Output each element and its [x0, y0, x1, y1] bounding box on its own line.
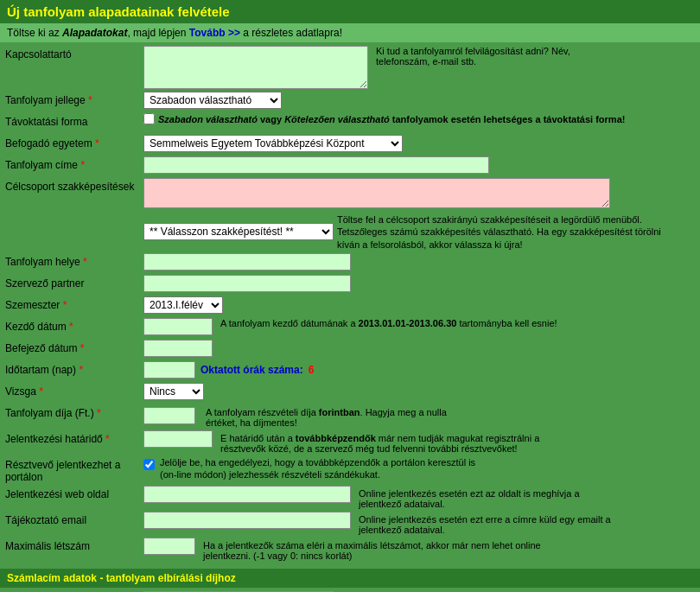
celcsoport-label: Célcsoport szakképesítések — [5, 178, 143, 193]
jelweb-input[interactable]: www.rendezveny.hu/tanfolyam — [143, 486, 351, 503]
dij-input[interactable]: 0 — [143, 407, 195, 424]
helye-row: Tanfolyam helye * Konferencia terem — [5, 253, 695, 272]
szervezo-label: Szervező partner — [5, 275, 143, 290]
kezdo-label: Kezdő dátum * — [5, 318, 143, 333]
idotartam-input[interactable]: 1 — [143, 361, 195, 379]
oktatott-label: Oktatott órák száma: — [200, 364, 303, 376]
dij-input-cell: 0 A tanfolyam részvételi díja forintban.… — [143, 404, 695, 428]
celcsoport-select-row: ** Válasszon szakképesítést! ** Töltse f… — [143, 213, 683, 251]
jelhat-label: Jelentkezési határidő * — [5, 430, 143, 445]
jelweb-label: Jelentkezési web oldal — [5, 486, 143, 500]
szamla-form-inner: Számlanév Rendezvény Iroda A tanfolyam/k… — [0, 588, 700, 592]
page-wrapper: Új tanfolyam alapadatainak felvétele Töl… — [0, 0, 700, 592]
tajmail-input[interactable]: tanfolyam@rendezveny.hu — [143, 512, 351, 529]
maxletszam-input[interactable]: 150 — [143, 538, 195, 555]
befogado-row: Befogadó egyetem * Semmelweis Egyetem To… — [5, 135, 695, 154]
celcsoport-textarea[interactable] — [143, 178, 610, 208]
dij-label: Tanfolyam díja (Ft.) * — [5, 404, 143, 419]
idotartam-input-cell: 1 Oktatott órák száma: 6 — [143, 361, 695, 379]
maxletszam-row: Maximális létszám 150 Ha a jelentkezők s… — [5, 538, 695, 561]
kapcsolattarto-textarea[interactable] — [143, 46, 368, 89]
szervezo-row: Szervező partner Rendezvény iroda — [5, 275, 695, 294]
celcsoport-select[interactable]: ** Válasszon szakképesítést! ** — [143, 223, 334, 240]
tavoktatas-checkbox-row: Szabadon választható vagy Kötelezően vál… — [143, 113, 625, 124]
befogado-label: Befogadó egyetem * — [5, 135, 143, 150]
szemeszter-row: Szemeszter * 2013.I.félév 2013.II.félév — [5, 296, 695, 315]
form-container: Kapcsolattartó Ki tud a tanfolyamról fel… — [0, 42, 700, 565]
maxletszam-hint: Ha a jelentkezők száma eléri a maximális… — [198, 538, 544, 561]
portal-hint: Jelölje be, ha engedélyezi, hogy a továb… — [160, 456, 488, 481]
subtitle-bar: Töltse ki az Alapadatokat, majd lépjen T… — [0, 23, 700, 42]
celcsoport-input-cell: ** Válasszon szakképesítést! ** Töltse f… — [143, 178, 695, 251]
tavoktatas-label: Távoktatási forma — [5, 113, 143, 128]
oktatott-value: 6 — [309, 364, 315, 376]
vizsga-input-cell: Nincs Van — [143, 383, 695, 400]
tajmail-row: Tájékoztató email tanfolyam@rendezveny.h… — [5, 512, 695, 535]
jellege-label: Tanfolyam jellege * — [5, 92, 143, 106]
befogado-input-cell: Semmelweis Egyetem Továbbképzési Központ — [143, 135, 695, 152]
jelhat-row: Jelentkezési határidő * 2013.06.29 E hat… — [5, 430, 695, 454]
kapcsolattarto-row: Kapcsolattartó Ki tud a tanfolyamról fel… — [5, 46, 695, 89]
tajmail-label: Tájékoztató email — [5, 512, 143, 526]
befejezo-input-cell: 2013.06.30 — [143, 340, 695, 357]
cime-input[interactable]: Tanfolyam — [143, 156, 489, 174]
kapcsolattarto-input-cell: Ki tud a tanfolyamról felvilágosítást ad… — [143, 46, 695, 89]
tavoktatas-row: Távoktatási forma Szabadon választható v… — [5, 113, 695, 132]
header-title: Új tanfolyam alapadatainak felvétele — [7, 4, 230, 19]
celcsoport-hint: Töltse fel a célcsoport szakirányú szakk… — [337, 213, 683, 251]
jelweb-row: Jelentkezési web oldal www.rendezveny.hu… — [5, 486, 695, 509]
tavoktatas-checkbox[interactable] — [143, 113, 155, 124]
idotartam-row: Időtartam (nap) * 1 Oktatott órák száma:… — [5, 361, 695, 380]
subtitle-tovabb: Tovább >> — [189, 27, 240, 39]
befejezo-row: Befejező dátum * 2013.06.30 — [5, 340, 695, 359]
helye-input-cell: Konferencia terem — [143, 253, 695, 271]
szervezo-input[interactable]: Rendezvény iroda — [143, 275, 351, 292]
befejezo-input[interactable]: 2013.06.30 — [143, 340, 213, 357]
cime-row: Tanfolyam címe * Tanfolyam — [5, 156, 695, 175]
idotartam-label: Időtartam (nap) * — [5, 361, 143, 376]
portal-checkbox[interactable] — [143, 459, 155, 470]
page-title: Új tanfolyam alapadatainak felvétele — [0, 0, 700, 23]
kapcsolattarto-hint: Ki tud a tanfolyamról felvilágosítást ad… — [371, 46, 613, 67]
szemeszter-input-cell: 2013.I.félév 2013.II.félév — [143, 296, 695, 314]
jelweb-hint: Online jelentkezés esetén ezt az oldalt … — [353, 486, 613, 509]
jellege-select[interactable]: Szabadon választható Kötelezően választh… — [143, 92, 282, 109]
jellege-input-cell: Szabadon választható Kötelezően választh… — [143, 92, 695, 109]
szamla-section-header: Számlacím adatok - tanfolyam elbírálási … — [0, 569, 700, 588]
kezdo-row: Kezdő dátum * 2013.06.30 A tanfolyam kez… — [5, 318, 695, 337]
portal-label: Résztvevő jelentkezhet a portálon — [5, 456, 143, 483]
subtitle-mid: , majd lépjen — [127, 27, 188, 39]
celcsoport-row: Célcsoport szakképesítések ** Válasszon … — [5, 178, 695, 251]
maxletszam-input-cell: 150 Ha a jelentkezők száma eléri a maxim… — [143, 538, 695, 561]
subtitle-bold: Alapadatokat — [62, 27, 127, 39]
kezdo-input-cell: 2013.06.30 A tanfolyam kezdő dátumának a… — [143, 318, 695, 335]
portal-input-cell: Jelölje be, ha engedélyezi, hogy a továb… — [143, 456, 695, 481]
helye-label: Tanfolyam helye * — [5, 253, 143, 268]
jellege-row: Tanfolyam jellege * Szabadon választható… — [5, 92, 695, 111]
szervezo-input-cell: Rendezvény iroda — [143, 275, 695, 292]
cime-input-cell: Tanfolyam — [143, 156, 695, 174]
tavoktatas-input-cell: Szabadon választható vagy Kötelezően vál… — [143, 113, 695, 124]
befejezo-label: Befejező dátum * — [5, 340, 143, 354]
jelhat-input[interactable]: 2013.06.29 — [143, 430, 213, 448]
cime-label: Tanfolyam címe * — [5, 156, 143, 171]
vizsga-row: Vizsga * Nincs Van — [5, 383, 695, 402]
dij-row: Tanfolyam díja (Ft.) * 0 A tanfolyam rés… — [5, 404, 695, 428]
jelhat-hint: E határidő után a továbbképzendők már ne… — [215, 430, 544, 454]
maxletszam-label: Maximális létszám — [5, 538, 143, 552]
szemeszter-select[interactable]: 2013.I.félév 2013.II.félév — [143, 296, 223, 314]
portal-row: Résztvevő jelentkezhet a portálon Jelölj… — [5, 456, 695, 483]
tajmail-input-cell: tanfolyam@rendezveny.hu Online jelentkez… — [143, 512, 695, 535]
subtitle-pre: Töltse ki az — [7, 27, 62, 39]
subtitle-post: a részletes adatlapra! — [240, 27, 342, 39]
befogado-select[interactable]: Semmelweis Egyetem Továbbképzési Központ — [143, 135, 403, 152]
kapcsolattarto-label: Kapcsolattartó — [5, 46, 143, 60]
tajmail-hint: Online jelentkezés esetén ezt erre a cím… — [353, 512, 613, 535]
kezdo-input[interactable]: 2013.06.30 — [143, 318, 213, 335]
dij-hint: A tanfolyam részvételi díja forintban. H… — [200, 404, 460, 428]
jelhat-input-cell: 2013.06.29 E határidő után a továbbképze… — [143, 430, 695, 454]
helye-input[interactable]: Konferencia terem — [143, 253, 351, 271]
kezdo-hint: A tanfolyam kezdő dátumának a 2013.01.01… — [215, 318, 557, 328]
vizsga-label: Vizsga * — [5, 383, 143, 398]
vizsga-select[interactable]: Nincs Van — [143, 383, 204, 400]
